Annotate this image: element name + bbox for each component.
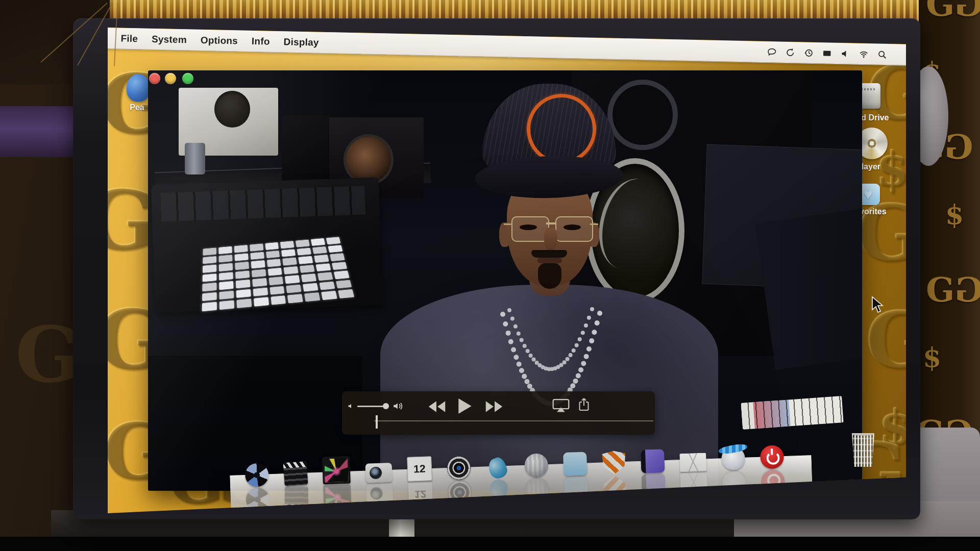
monogram-row: $ <box>923 344 980 371</box>
airplay-button[interactable] <box>552 398 570 413</box>
chat-icon[interactable] <box>767 47 777 57</box>
dock-item-power[interactable] <box>760 445 785 469</box>
dock-item-envelope <box>680 472 708 496</box>
dock-item-water-drop <box>486 479 511 503</box>
eye <box>520 224 537 230</box>
lips <box>537 258 562 263</box>
progress-bar[interactable] <box>374 420 653 421</box>
volume-min-icon[interactable] <box>347 402 355 410</box>
dock-item-envelope[interactable] <box>679 447 707 472</box>
dock-item-photo-burst <box>323 485 352 513</box>
water-drop-icon <box>487 478 510 502</box>
wallpaper-glyph: G <box>857 195 906 271</box>
volume-knob[interactable] <box>383 403 389 409</box>
scene: G GG$GG$GG$GG$ GGGGGGG$GG$G File System … <box>0 0 980 551</box>
search-icon[interactable] <box>877 49 887 59</box>
menu-item-display[interactable]: Display <box>283 36 318 48</box>
dock-item-globe-logo[interactable] <box>721 446 746 471</box>
rewind-button[interactable] <box>427 400 447 413</box>
menu-item-info[interactable]: Info <box>252 35 270 47</box>
monogram-row: GG <box>926 0 980 21</box>
disco-ball-icon <box>525 478 550 502</box>
wall-glyph: G <box>15 316 81 393</box>
water-drop-icon <box>486 456 509 481</box>
menu-item-system[interactable]: System <box>152 33 187 45</box>
heart-folder-icon <box>563 452 587 477</box>
shield-icon <box>602 450 626 475</box>
heart-folder-icon <box>564 477 589 501</box>
play-button[interactable] <box>457 397 473 415</box>
dock-item-shield <box>603 475 627 499</box>
envelope-icon <box>680 472 707 491</box>
zoom-button[interactable] <box>182 73 193 84</box>
dock-item-power <box>761 469 785 494</box>
goatee <box>538 263 561 289</box>
wifi-icon[interactable] <box>859 48 869 59</box>
menu-tray <box>767 47 887 60</box>
eye <box>564 224 581 230</box>
sync-icon[interactable] <box>785 47 795 57</box>
dock-item-shield[interactable] <box>602 450 626 475</box>
minimize-button[interactable] <box>165 73 176 84</box>
dock-item-disco-ball[interactable] <box>524 453 549 478</box>
wallpaper-glyph: G <box>866 302 906 379</box>
glasses-temple <box>504 223 512 225</box>
display-icon[interactable] <box>822 48 832 58</box>
envelope-icon <box>679 453 706 472</box>
volume-max-icon[interactable] <box>392 400 404 412</box>
mute-icon[interactable] <box>840 48 850 59</box>
camera-icon <box>366 483 393 504</box>
calendar-date: 12 <box>414 488 427 501</box>
share-button[interactable] <box>578 397 590 412</box>
close-button[interactable] <box>149 73 160 84</box>
mustache <box>531 250 567 258</box>
dock-item-heart-folder <box>564 477 589 501</box>
clapperboard-icon <box>285 486 308 510</box>
screen: GGGGGGG$GG$G File System Options Info Di… <box>108 28 906 513</box>
nose <box>544 228 557 251</box>
playhead[interactable] <box>376 415 378 429</box>
at-mail-icon <box>641 449 665 473</box>
dock-item-calendar[interactable]: 12 <box>407 456 432 482</box>
camera-icon <box>365 463 393 483</box>
dock-item-clapperboard[interactable] <box>283 462 308 486</box>
burn-icon <box>244 463 269 487</box>
dock-item-lens[interactable] <box>447 456 471 481</box>
photo-burst-icon <box>322 456 351 485</box>
wall-gold-rays <box>10 0 143 82</box>
dock-item-disco-ball <box>525 478 550 502</box>
dock-item-camera[interactable] <box>365 459 393 483</box>
dock-item-lens <box>448 480 472 505</box>
glasses-temple <box>590 223 598 225</box>
monogram-row: GG <box>926 273 980 307</box>
dock-item-calendar: 12 <box>408 482 433 507</box>
floor-strip <box>0 537 980 551</box>
disco-ball-icon <box>524 453 549 478</box>
menu-bar: File System Options Info Display <box>108 28 906 66</box>
burn-icon <box>246 487 270 512</box>
video-player-window[interactable] <box>148 70 862 491</box>
monitor-bezel: GGGGGGG$GG$G File System Options Info Di… <box>73 18 920 519</box>
dock-item-globe-logo <box>722 471 747 495</box>
dock-item-heart-folder[interactable] <box>563 452 587 477</box>
trash-icon[interactable] <box>851 433 875 467</box>
dock-item-clapperboard <box>284 486 309 511</box>
history-icon[interactable] <box>803 47 814 58</box>
dock-item-camera <box>366 483 394 508</box>
clapperboard-icon <box>283 461 308 486</box>
shield-icon <box>603 475 627 499</box>
calendar-icon: 12 <box>408 482 433 507</box>
dock-item-photo-burst[interactable] <box>322 456 351 485</box>
calendar-date: 12 <box>413 463 426 475</box>
power-icon <box>760 445 785 469</box>
dock-item-burn <box>246 487 270 512</box>
mouse-cursor <box>871 296 886 313</box>
dock-item-water-drop[interactable] <box>485 456 510 479</box>
dock-item-at-mail[interactable] <box>641 449 665 473</box>
monogram-row: $ <box>945 202 980 228</box>
dock-item-burn[interactable] <box>244 463 269 487</box>
menu-item-options[interactable]: Options <box>201 34 238 46</box>
lens-icon <box>448 480 472 505</box>
glasses-bridge <box>546 222 556 224</box>
fast-forward-button[interactable] <box>484 400 504 413</box>
